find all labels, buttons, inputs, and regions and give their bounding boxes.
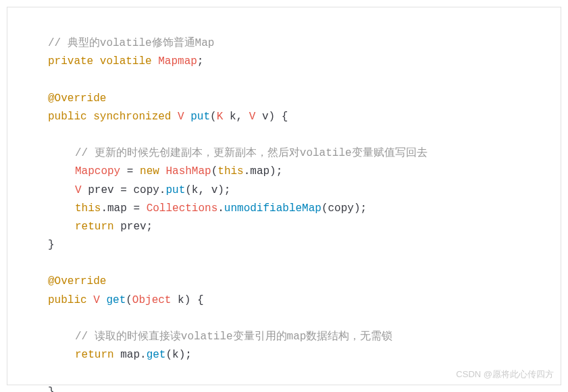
args: (k); [165, 349, 191, 361]
type-mapcopy: Mapcopy [75, 165, 120, 177]
param: k, [223, 111, 249, 123]
keyword-private: private [48, 55, 93, 67]
type-map: Mapmap [158, 55, 197, 67]
blank-line [16, 254, 552, 273]
var: prev = copy. [82, 184, 166, 196]
code-line: return map.get(k); [16, 346, 552, 364]
member: .map [244, 165, 269, 177]
brace: { [275, 111, 288, 123]
code-line: @Override [16, 90, 552, 108]
keyword-public: public [48, 294, 87, 306]
code-line: } [16, 236, 552, 254]
method-get: get [147, 349, 166, 361]
type-v: V [93, 294, 100, 306]
keyword-volatile: volatile [100, 55, 152, 67]
keyword-this: this [75, 202, 101, 215]
blank-line [16, 126, 552, 144]
code-line: private volatile Mapmap; [16, 53, 552, 71]
code-line: return prev; [16, 218, 552, 236]
method-unmodifiable: unmodifiableMap [224, 202, 321, 215]
semicolon: ; [197, 55, 204, 67]
keyword-synchronized: synchronized [93, 111, 171, 123]
paren: ); [269, 165, 282, 177]
paren: ( [126, 294, 132, 306]
dot: . [217, 202, 224, 215]
method-put: put [190, 111, 210, 123]
keyword-return: return [75, 349, 114, 361]
type-v: V [75, 184, 82, 196]
type-v: V [178, 111, 184, 123]
param: k [171, 294, 184, 306]
annotation-override: @Override [48, 275, 106, 287]
code-line: this.map = Collections.unmodifiableMap(c… [16, 200, 552, 218]
keyword-this: this [217, 165, 243, 177]
blank-line [16, 71, 552, 89]
comment: // 更新的时候先创建副本，更新副本，然后对volatile变量赋值写回去 [75, 147, 428, 159]
brace: { [190, 294, 203, 306]
type-hashmap: HashMap [165, 165, 211, 177]
code-line: // 典型的volatile修饰普通Map [16, 34, 552, 53]
type-object: Object [132, 294, 172, 306]
paren: ( [210, 111, 217, 123]
var: map. [114, 349, 147, 361]
code-line: @Override [16, 273, 552, 291]
code-line: // 更新的时候先创建副本，更新副本，然后对volatile变量赋值写回去 [16, 144, 552, 163]
param: v [255, 111, 268, 123]
code-line: public synchronized V put(K k, V v) { [16, 108, 552, 126]
member: .map = [101, 202, 146, 215]
code-block: // 典型的volatile修饰普通Map private volatile M… [7, 7, 561, 385]
blank-line [16, 310, 552, 328]
keyword-public: public [48, 111, 87, 123]
paren: ) [184, 294, 191, 306]
args: (k, v); [185, 184, 230, 196]
keyword-return: return [75, 221, 114, 233]
brace: } [48, 239, 55, 251]
paren: ) [269, 111, 276, 123]
method-get: get [106, 294, 126, 306]
code-line: // 读取的时候直接读volatile变量引用的map数据结构，无需锁 [16, 328, 552, 346]
method-put: put [165, 184, 185, 196]
type-k: K [217, 111, 224, 123]
args: (copy); [321, 202, 367, 215]
type-collections: Collections [147, 202, 218, 215]
keyword-new: new [140, 165, 159, 177]
comment: // 典型的volatile修饰普通Map [48, 37, 214, 49]
code-line: } [16, 383, 552, 392]
brace: } [48, 386, 55, 392]
code-line: V prev = copy.put(k, v); [16, 181, 552, 200]
code-line: public V get(Object k) { [16, 291, 552, 310]
type-v: V [249, 111, 256, 123]
var: prev; [114, 221, 153, 233]
code-line: Mapcopy = new HashMap(this.map); [16, 163, 552, 181]
paren: ( [211, 165, 218, 177]
watermark: CSDN @愿将此心传四方 [456, 368, 554, 381]
comment: // 读取的时候直接读volatile变量引用的map数据结构，无需锁 [75, 331, 392, 343]
assign: = [120, 165, 140, 177]
annotation-override: @Override [48, 92, 106, 105]
